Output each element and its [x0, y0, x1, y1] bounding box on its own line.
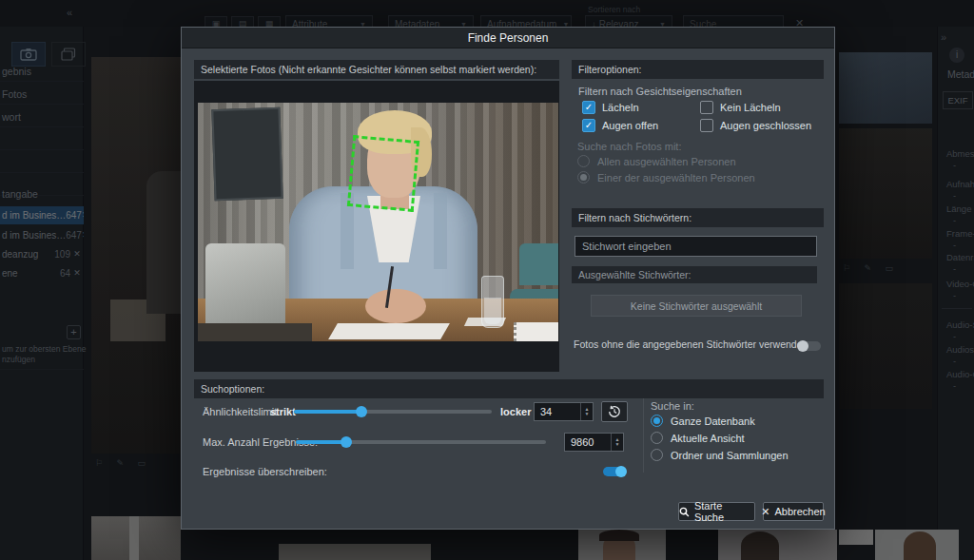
radio-folders-collections[interactable]: Ordner und Sammlungen [651, 449, 789, 461]
find-persons-dialog: Finde Personen Selektierte Fotos (Nicht … [181, 27, 835, 530]
reset-similarity-button[interactable] [601, 401, 628, 422]
photo-water [484, 298, 501, 324]
face-attributes-label: Filtern nach Gesichtseigenschaften [578, 86, 742, 97]
radio-label: Einer der ausgewählten Personen [597, 172, 755, 183]
divider [643, 398, 644, 473]
selected-keywords-label: Ausgewählte Stichwörter: [572, 266, 817, 283]
radio-label: Ordner und Sammlungen [671, 450, 789, 461]
keyword-input[interactable] [575, 236, 817, 257]
radio-current-view[interactable]: Aktuelle Ansicht [651, 432, 745, 444]
similarity-slider[interactable] [294, 410, 492, 414]
radio-icon [651, 449, 663, 461]
similarity-min-label: strikt [270, 406, 296, 417]
checkbox-icon: ✓ [700, 119, 713, 132]
checkbox-label: Augen geschlossen [720, 120, 811, 131]
exclude-keywords-label: Fotos ohne die angegebenen Stichwörter v… [574, 338, 808, 350]
similarity-value-input[interactable]: 34 ▲▼ [534, 402, 594, 421]
radio-icon [651, 432, 663, 444]
photo-notebook [514, 322, 558, 341]
photo-papers [328, 323, 450, 339]
checkbox-label: Augen offen [602, 120, 658, 131]
photo-laptop [205, 243, 285, 329]
filter-options-header: Filteroptionen: [572, 60, 824, 79]
search-in-label: Suche in: [651, 400, 694, 412]
photo-chair [519, 243, 558, 285]
max-results-value-input[interactable]: 9860 ▲▼ [564, 433, 624, 452]
max-results-value: 9860 [571, 436, 594, 448]
checkbox-eyes-closed[interactable]: ✓ Augen geschlossen [700, 119, 811, 132]
overwrite-results-toggle[interactable] [603, 467, 626, 476]
checkbox-eyes-open[interactable]: ✓ Augen offen [582, 119, 658, 132]
spinner-arrows-icon[interactable]: ▲▼ [580, 403, 593, 420]
slider-fill [296, 440, 346, 444]
radio-label: Aktuelle Ansicht [671, 433, 745, 444]
checkbox-icon: ✓ [700, 101, 713, 114]
checkbox-label: Kein Lächeln [720, 102, 781, 113]
dialog-title[interactable]: Finde Personen [182, 28, 834, 48]
search-icon [679, 507, 690, 517]
radio-one-selected-person: Einer der ausgewählten Personen [577, 171, 755, 183]
radio-all-selected-persons: Allen ausgewählten Personen [577, 155, 736, 167]
history-reset-icon [608, 405, 621, 418]
radio-label: Allen ausgewählten Personen [597, 156, 736, 167]
no-keywords-button[interactable]: Keine Stichwörter ausgewählt [591, 295, 802, 317]
checkbox-no-smile[interactable]: ✓ Kein Lächeln [700, 101, 781, 114]
toggle-knob [797, 340, 808, 352]
checkbox-label: Lächeln [602, 102, 639, 113]
cancel-button[interactable]: ✕ Abbrechen [763, 502, 824, 521]
selected-photos-header: Selektierte Fotos (Nicht erkannte Gesich… [194, 60, 559, 79]
face-detection-box[interactable] [347, 135, 419, 212]
radio-icon [577, 171, 590, 183]
spinner-arrows-icon[interactable]: ▲▼ [611, 434, 623, 451]
search-photos-with-label: Suche nach Fotos mit: [577, 141, 681, 152]
slider-thumb[interactable] [356, 406, 367, 417]
exclude-keywords-toggle[interactable] [798, 341, 821, 351]
selected-photo[interactable] [198, 103, 558, 341]
checkbox-icon: ✓ [582, 119, 595, 132]
max-results-slider[interactable] [296, 440, 546, 444]
start-search-button[interactable]: Starte Suche [678, 502, 755, 521]
close-icon: ✕ [761, 506, 769, 518]
radio-whole-database[interactable]: Ganze Datenbank [651, 415, 755, 427]
keywords-filter-header: Filtern nach Stichwörtern: [572, 208, 824, 227]
slider-thumb[interactable] [341, 436, 352, 448]
radio-icon [651, 415, 663, 427]
toggle-knob [615, 466, 627, 477]
checkbox-smile[interactable]: ✓ Lächeln [582, 101, 639, 114]
photo-laptop-base [198, 323, 312, 341]
cancel-label: Abbrechen [775, 506, 826, 517]
overwrite-results-label: Ergebnisse überschreiben: [203, 466, 327, 477]
similarity-label: Ähnlichkeitslimit: [203, 406, 280, 417]
radio-label: Ganze Datenbank [671, 415, 755, 427]
start-search-label: Starte Suche [694, 500, 754, 523]
photo-person-hands [365, 289, 426, 323]
slider-fill [294, 410, 361, 414]
checkbox-icon: ✓ [582, 101, 595, 114]
radio-icon [577, 155, 590, 167]
similarity-max-label: locker [500, 406, 531, 417]
search-options-header: Suchoptionen: [194, 379, 824, 398]
similarity-value: 34 [540, 406, 552, 417]
photo-tv-screen [211, 107, 282, 201]
